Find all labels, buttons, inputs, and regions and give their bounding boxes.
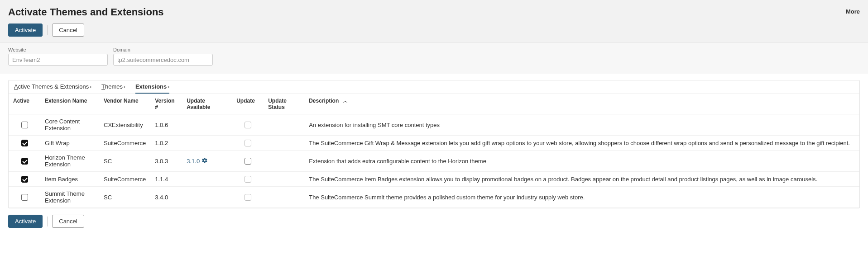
vendor-name: SC [99,187,150,208]
table-row: Item BadgesSuiteCommerce1.1.4The SuiteCo… [9,172,859,187]
update-checkbox [245,140,251,146]
description: The SuiteCommerce Item Badges extension … [304,172,859,187]
tab-themes[interactable]: Themes• [101,83,125,94]
vendor-name: SuiteCommerce [99,172,150,187]
col-update[interactable]: Update [232,94,264,114]
vendor-name: SC [99,151,150,172]
update-checkbox [245,176,251,183]
description: An extension for installing SMT core con… [304,114,859,136]
gear-icon [201,157,208,165]
active-checkbox[interactable] [21,194,28,201]
table-row: Gift WrapSuiteCommerce1.0.2The SuiteComm… [9,136,859,151]
col-extension-name[interactable]: Extension Name [40,94,99,114]
activate-button[interactable]: Activate [8,24,43,37]
version-number: 3.4.0 [150,187,182,208]
extension-name: Summit Theme Extension [40,187,99,208]
description: Extension that adds extra configurable c… [304,151,859,172]
table-row: Core Content ExtensionCXExtensibility1.0… [9,114,859,136]
vendor-name: CXExtensibility [99,114,150,136]
col-version[interactable]: Version # [150,94,182,114]
version-number: 3.0.3 [150,151,182,172]
update-status [264,151,304,172]
update-checkbox [245,194,251,201]
extension-name: Horizon Theme Extension [40,151,99,172]
col-description[interactable]: Description ︿ [304,94,859,114]
active-checkbox[interactable] [21,140,28,146]
tab-active-themes-extensions[interactable]: Active Themes & Extensions• [14,83,91,94]
col-vendor-name[interactable]: Vendor Name [99,94,150,114]
active-checkbox[interactable] [21,158,28,165]
table-row: Horizon Theme ExtensionSC3.0.33.1.0Exten… [9,151,859,172]
update-available: 3.1.0 [182,151,232,172]
cancel-button[interactable]: Cancel [52,24,84,37]
col-update-available[interactable]: Update Available [182,94,232,114]
update-status [264,114,304,136]
description: The SuiteCommerce Gift Wrap & Message ex… [304,136,859,151]
version-number: 1.0.6 [150,114,182,136]
extension-name: Item Badges [40,172,99,187]
website-field[interactable] [8,54,108,66]
update-status [264,172,304,187]
active-checkbox[interactable] [21,176,28,183]
table-row: Summit Theme ExtensionSC3.4.0The SuiteCo… [9,187,859,208]
update-available [182,187,232,208]
vendor-name: SuiteCommerce [99,136,150,151]
button-divider [47,25,48,35]
version-number: 1.0.2 [150,136,182,151]
version-number: 1.1.4 [150,172,182,187]
domain-label: Domain [113,47,213,52]
activate-button-bottom[interactable]: Activate [8,215,43,228]
update-checkbox [245,122,251,128]
update-checkbox[interactable] [245,158,251,165]
description: The SuiteCommerce Summit theme provides … [304,187,859,208]
cancel-button-bottom[interactable]: Cancel [52,215,84,228]
update-status [264,187,304,208]
update-available [182,114,232,136]
domain-field[interactable] [113,54,213,66]
col-update-status[interactable]: Update Status [264,94,304,114]
button-divider-bottom [47,217,48,226]
extension-name: Gift Wrap [40,136,99,151]
update-available [182,172,232,187]
sort-asc-icon: ︿ [343,98,348,104]
update-status [264,136,304,151]
active-checkbox[interactable] [21,122,28,128]
update-available [182,136,232,151]
col-active[interactable]: Active [9,94,40,114]
more-menu[interactable]: More [846,6,860,15]
extensions-table: Active Extension Name Vendor Name Versio… [9,94,859,208]
page-title: Activate Themes and Extensions [8,6,164,18]
website-label: Website [8,47,108,52]
extension-name: Core Content Extension [40,114,99,136]
tab-extensions[interactable]: Extensions• [135,83,169,94]
